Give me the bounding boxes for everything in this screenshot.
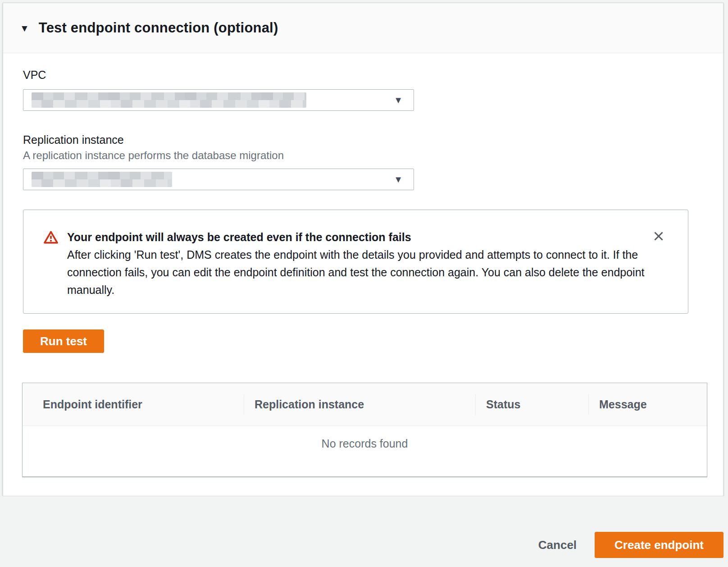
table-empty-state: No records found [23,426,707,476]
column-header-endpoint-identifier: Endpoint identifier [23,383,244,425]
replication-instance-select[interactable]: ▼ [23,169,414,190]
replication-instance-description: A replication instance performs the data… [23,150,703,161]
panel-body: VPC ▼ Replication instance A replication… [3,53,723,477]
warning-icon [43,230,59,246]
collapse-triangle-icon: ▼ [20,23,29,33]
test-endpoint-panel: ▼ Test endpoint connection (optional) VP… [3,3,723,496]
column-header-message: Message [588,383,707,425]
vpc-select[interactable]: ▼ [23,89,414,111]
close-icon [652,238,665,244]
alert-body: After clicking 'Run test', DMS creates t… [67,246,652,299]
alert-title: Your endpoint will always be created eve… [67,229,652,246]
section-title: Test endpoint connection (optional) [39,20,278,36]
cancel-button[interactable]: Cancel [538,538,577,552]
create-endpoint-button[interactable]: Create endpoint [595,532,723,558]
caret-down-icon: ▼ [394,175,403,184]
alert-content: Your endpoint will always be created eve… [67,229,652,299]
vpc-label: VPC [23,69,703,81]
table-header-row: Endpoint identifier Replication instance… [23,383,707,426]
alert-close-button[interactable] [652,229,665,243]
warning-alert: Your endpoint will always be created eve… [23,210,688,314]
replication-instance-label: Replication instance [23,133,703,146]
redacted-vpc-value [32,92,306,108]
caret-down-icon: ▼ [394,96,403,105]
form-action-bar: Cancel Create endpoint [0,496,728,567]
test-results-table: Endpoint identifier Replication instance… [22,383,707,477]
no-records-text: No records found [322,437,408,476]
collapsible-section-header[interactable]: ▼ Test endpoint connection (optional) [3,3,723,53]
redacted-replication-value [32,172,172,187]
column-header-replication-instance: Replication instance [244,383,475,425]
action-buttons: Cancel Create endpoint [538,532,723,558]
run-test-button[interactable]: Run test [23,329,104,353]
column-header-status: Status [475,383,588,425]
